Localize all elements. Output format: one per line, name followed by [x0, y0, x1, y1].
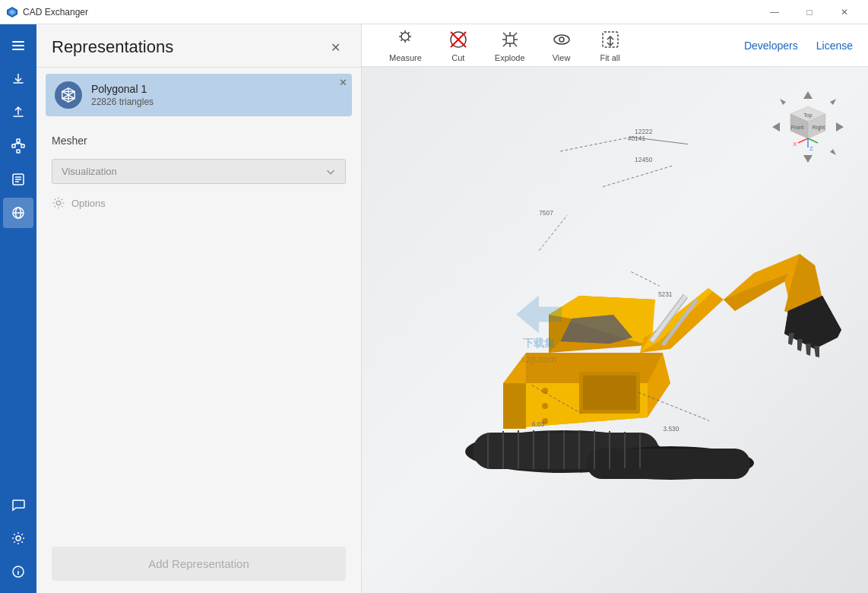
info-icon	[11, 564, 26, 579]
sidebar-item-chat[interactable]	[3, 490, 33, 520]
tool-cut[interactable]: Cut	[434, 24, 483, 67]
properties-icon	[11, 172, 26, 187]
watermark-site: 下载集	[523, 337, 555, 350]
svg-point-98	[542, 403, 548, 409]
viewport: Measure Cut	[362, 24, 868, 593]
svg-line-39	[401, 39, 403, 40]
svg-marker-120	[830, 99, 836, 105]
svg-rect-8	[21, 144, 24, 147]
representation-list: Polygonal 1 22826 triangles ✕	[36, 68, 361, 122]
polygon-icon	[60, 87, 77, 103]
app-title: CAD Exchanger	[23, 7, 88, 17]
tool-view[interactable]: View	[537, 24, 586, 67]
excavator-model	[427, 147, 853, 512]
sidebar-item-import[interactable]	[3, 64, 33, 94]
panel-close-button[interactable]: ✕	[325, 36, 346, 58]
svg-point-30	[56, 201, 60, 205]
svg-marker-93	[814, 346, 819, 357]
svg-rect-7	[12, 144, 15, 147]
svg-line-130	[798, 138, 808, 143]
svg-point-52	[554, 35, 569, 44]
developers-link[interactable]: Developers	[744, 40, 798, 52]
tool-cut-label: Cut	[451, 53, 464, 62]
svg-line-49	[514, 33, 517, 36]
svg-text:12222: 12222	[635, 128, 653, 135]
viewport-canvas[interactable]: 12222 40141 12450 7507 5231 6.03 3.530	[362, 67, 868, 593]
structure-icon	[11, 138, 26, 154]
sidebar-item-export[interactable]	[3, 97, 33, 128]
rep-name: Polygonal 1	[91, 83, 343, 95]
view-icon	[551, 29, 572, 50]
titlebar-left: CAD Exchanger	[6, 6, 88, 18]
svg-text:Front: Front	[791, 125, 803, 130]
svg-rect-95	[583, 376, 636, 410]
toolbar: Measure Cut	[362, 24, 868, 67]
sidebar	[0, 24, 36, 593]
sidebar-item-info[interactable]	[3, 557, 33, 587]
svg-marker-96	[503, 383, 526, 429]
svg-point-97	[542, 388, 548, 394]
svg-line-37	[408, 39, 410, 40]
titlebar-controls: — □ ✕	[757, 0, 862, 24]
sidebar-item-structure[interactable]	[3, 131, 33, 161]
mesher-value: Visualization	[62, 166, 117, 177]
nav-cube[interactable]: Top Front Right Z X	[766, 85, 850, 169]
explode-icon	[499, 29, 521, 50]
svg-line-101	[631, 137, 688, 144]
toolbar-right: Developers License	[744, 40, 853, 52]
tool-explode[interactable]: Explode	[483, 24, 537, 67]
svg-rect-4	[12, 45, 24, 46]
representation-item[interactable]: Polygonal 1 22826 triangles ✕	[46, 74, 352, 116]
import-icon	[11, 71, 26, 87]
svg-line-12	[18, 143, 23, 144]
license-link[interactable]: License	[816, 40, 853, 52]
close-button[interactable]: ✕	[827, 0, 862, 24]
svg-marker-121	[830, 149, 836, 155]
svg-point-20	[16, 536, 21, 541]
tool-measure[interactable]: Measure	[377, 24, 434, 67]
svg-line-38	[408, 32, 410, 33]
watermark-url: xzji.com	[521, 354, 557, 365]
excavator-svg	[427, 147, 853, 512]
svg-line-132	[808, 138, 818, 143]
rep-remove-button[interactable]: ✕	[339, 77, 347, 88]
svg-text:Right: Right	[813, 125, 825, 131]
sidebar-item-globe[interactable]	[3, 198, 33, 228]
measure-icon	[394, 29, 416, 50]
mesher-dropdown[interactable]: Visualization	[52, 159, 346, 184]
svg-text:Top: Top	[803, 113, 812, 119]
watermark-logo-icon	[516, 296, 562, 334]
svg-rect-59	[587, 449, 750, 479]
globe-icon	[11, 205, 26, 220]
svg-marker-117	[772, 122, 780, 132]
main-layout: Representations ✕ Polygonal 1	[0, 24, 868, 593]
maximize-button[interactable]: □	[792, 0, 827, 24]
svg-marker-119	[780, 99, 786, 105]
svg-marker-115	[803, 91, 813, 99]
titlebar: CAD Exchanger — □ ✕	[0, 0, 868, 24]
svg-point-23	[18, 569, 19, 569]
rep-info: Polygonal 1 22826 triangles	[91, 83, 343, 107]
svg-rect-9	[17, 150, 20, 153]
svg-line-11	[14, 143, 18, 144]
tool-fit-all-label: Fit all	[600, 53, 619, 62]
representation-icon	[55, 81, 82, 109]
tool-fit-all[interactable]: Fit all	[586, 24, 635, 67]
svg-marker-118	[836, 122, 844, 132]
mesher-label: Mesher	[52, 135, 346, 147]
sidebar-item-menu[interactable]	[3, 30, 33, 61]
chat-icon	[11, 497, 26, 512]
chevron-down-icon	[325, 166, 336, 177]
svg-rect-3	[12, 41, 24, 43]
sidebar-item-properties[interactable]	[3, 164, 33, 195]
add-representation-button[interactable]: Add Representation	[52, 547, 346, 581]
svg-text:X: X	[793, 141, 797, 147]
options-row[interactable]: Options	[52, 196, 346, 210]
panel-bottom: Mesher Visualization Options Add Represe…	[36, 122, 361, 593]
sidebar-item-settings[interactable]	[3, 523, 33, 553]
gear-icon	[52, 196, 65, 210]
svg-marker-90	[788, 333, 794, 345]
export-icon	[11, 105, 26, 120]
minimize-button[interactable]: —	[757, 0, 792, 24]
svg-line-48	[503, 33, 506, 36]
